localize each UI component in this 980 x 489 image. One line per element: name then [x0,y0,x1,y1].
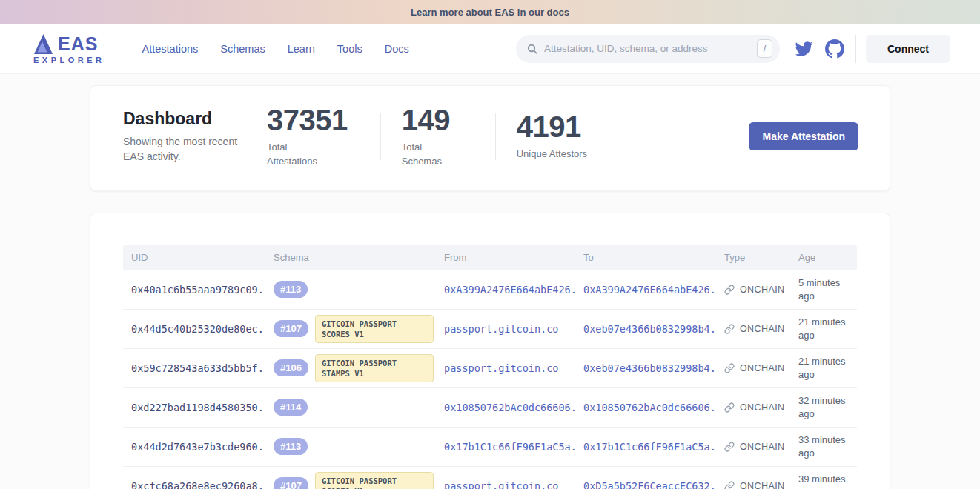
docs-banner-text: Learn more about EAS in our docs [411,7,569,18]
logo-subtitle: EXPLORER [33,56,105,64]
uid-link[interactable]: 0x59c728543a633d5bb5f... [123,362,265,374]
table-row[interactable]: 0xd227bad1198d4580350... #114 0x10850762… [123,388,857,428]
main-nav: Attestations Schemas Learn Tools Docs [142,43,409,55]
from-link[interactable]: 0x17b1C1c66fF96F1aC5a... [436,441,575,453]
link-icon [724,363,735,373]
from-link[interactable]: passport.gitcoin.co [436,362,575,374]
stats-row: 37351 Total Attestations 149 Total Schem… [267,104,587,169]
type-cell: ONCHAIN [716,285,790,295]
make-attestation-button[interactable]: Make Attestation [749,122,858,150]
uid-link[interactable]: 0x40a1c6b55aaa9789c09... [123,284,265,296]
col-header-from: From [436,252,575,263]
to-link[interactable]: 0xeb07e4366b0832998b4... [575,323,716,335]
logo-title: EAS [58,33,98,55]
uid-link[interactable]: 0xcfc68a268e8ec9260a8... [123,480,265,489]
type-cell: ONCHAIN [716,324,790,334]
to-link[interactable]: 0xD5a5b52F6CeaccEC632... [575,480,716,489]
type-label: ONCHAIN [740,402,784,413]
connect-button[interactable]: Connect [866,35,950,63]
stat-total-schemas: 149 Total Schemas [402,104,463,169]
schema-id-badge[interactable]: #113 [274,438,308,455]
stat-divider [495,113,496,160]
col-header-uid: UID [123,252,265,263]
type-label: ONCHAIN [740,363,784,373]
age-cell: 21 minutes ago [790,316,857,342]
schema-cell: #107 GITCOIN PASSPORT SCORES V1 [265,315,436,343]
table-row[interactable]: 0x40a1c6b55aaa9789c09... #113 0xA399A247… [123,270,857,310]
schema-id-badge[interactable]: #107 [274,320,308,337]
schema-cell: #113 [265,281,436,298]
to-link[interactable]: 0x10850762bAc0dc66606... [575,402,716,413]
schema-name-badge: GITCOIN PASSPORT STAMPS V1 [315,354,434,382]
nav-learn[interactable]: Learn [288,43,315,55]
stat-total-attestations: 37351 Total Attestations [267,104,348,169]
from-link[interactable]: passport.gitcoin.co [436,323,575,335]
to-link[interactable]: 0xeb07e4366b0832998b4... [575,362,716,374]
from-link[interactable]: 0xA399A2476E664abE426... [436,284,575,296]
table-row[interactable]: 0xcfc68a268e8ec9260a8... #107 GITCOIN PA… [123,467,857,489]
schema-id-badge[interactable]: #107 [274,477,308,489]
search-bar[interactable]: / [516,35,780,63]
schema-id-badge[interactable]: #113 [274,281,308,298]
header: EAS EXPLORER Attestations Schemas Learn … [0,24,980,74]
eas-logo[interactable]: EAS EXPLORER [33,33,105,64]
table-row[interactable]: 0x44d5c40b25320de80ec... #107 GITCOIN PA… [123,310,857,349]
social-links [794,39,844,59]
search-input[interactable] [544,43,757,54]
stat-divider [380,113,381,160]
type-cell: ONCHAIN [716,363,790,373]
link-icon [724,442,735,452]
type-label: ONCHAIN [740,285,784,295]
slash-shortcut-key: / [757,39,772,58]
uid-link[interactable]: 0x44d5c40b25320de80ec... [123,323,265,335]
col-header-age: Age [790,252,857,263]
uid-link[interactable]: 0x44d2d7643e7b3cde960... [123,441,265,453]
type-cell: ONCHAIN [716,442,790,452]
github-icon[interactable] [825,39,844,59]
docs-banner[interactable]: Learn more about EAS in our docs [0,0,980,24]
type-cell: ONCHAIN [716,402,790,413]
header-divider [855,35,856,63]
schema-cell: #107 GITCOIN PASSPORT SCORES V1 [265,472,436,489]
age-cell: 32 minutes ago [790,394,857,420]
stat-unique-attestors: 4191 Unique Attestors [517,111,587,162]
age-cell: 5 minutes ago [790,276,857,302]
eas-triangle-icon [33,33,53,55]
to-link[interactable]: 0x17b1C1c66fF96F1aC5a... [575,441,716,453]
age-cell: 21 minutes ago [790,355,857,381]
type-label: ONCHAIN [740,324,784,334]
nav-tools[interactable]: Tools [337,43,362,55]
link-icon [724,402,735,413]
nav-docs[interactable]: Docs [385,43,409,55]
table-row[interactable]: 0x59c728543a633d5bb5f... #106 GITCOIN PA… [123,349,857,388]
attestations-table-card: UID Schema From To Type Age 0x40a1c6b55a… [90,213,890,489]
link-icon [724,285,735,295]
type-label: ONCHAIN [740,442,784,452]
age-cell: 33 minutes ago [790,433,857,459]
schema-name-badge: GITCOIN PASSPORT SCORES V1 [315,315,434,343]
col-header-schema: Schema [265,252,436,263]
schema-id-badge[interactable]: #106 [274,359,308,376]
from-link[interactable]: passport.gitcoin.co [436,480,575,489]
from-link[interactable]: 0x10850762bAc0dc66606... [436,402,575,413]
table-row[interactable]: 0x44d2d7643e7b3cde960... #113 0x17b1C1c6… [123,428,857,467]
page-title: Dashboard [123,109,251,129]
schema-name-badge: GITCOIN PASSPORT SCORES V1 [315,472,434,489]
nav-schemas[interactable]: Schemas [220,43,265,55]
twitter-icon[interactable] [794,40,814,58]
stat-value: 4191 [517,111,587,142]
table-header-row: UID Schema From To Type Age [123,245,857,270]
type-label: ONCHAIN [740,481,784,489]
col-header-to: To [575,252,716,263]
stat-value: 149 [402,104,463,136]
schema-cell: #106 GITCOIN PASSPORT STAMPS V1 [265,354,436,382]
uid-link[interactable]: 0xd227bad1198d4580350... [123,402,265,413]
col-header-type: Type [716,252,790,263]
schema-id-badge[interactable]: #114 [274,399,308,416]
stat-label: Total Attestations [267,141,328,169]
nav-attestations[interactable]: Attestations [142,43,199,55]
link-icon [724,324,735,334]
to-link[interactable]: 0xA399A2476E664abE426... [575,284,716,296]
page-subtitle: Showing the most recent EAS activity. [123,134,251,164]
stat-label: Total Schemas [402,141,463,169]
